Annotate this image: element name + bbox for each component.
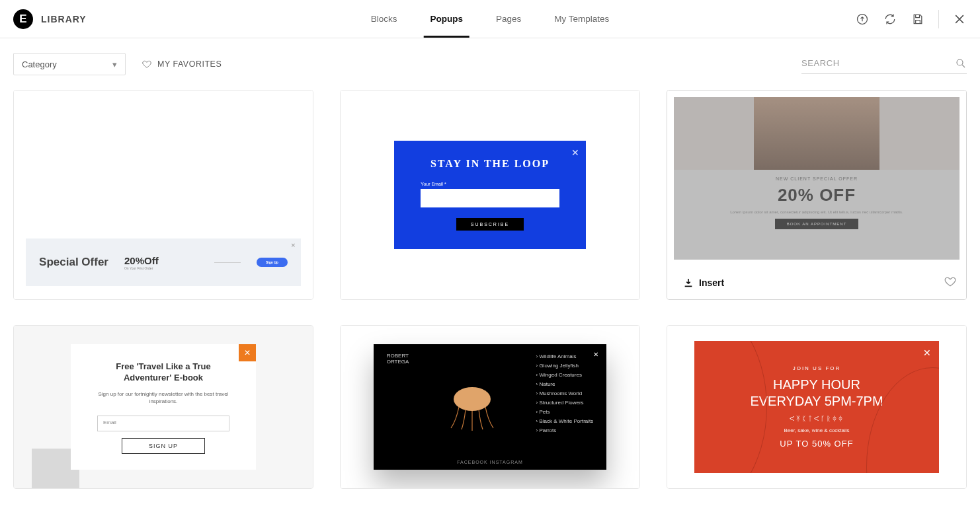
search-input[interactable] [801, 58, 955, 68]
preview-image [754, 97, 879, 170]
my-favorites-button[interactable]: MY FAVORITES [142, 59, 222, 69]
favorite-toggle[interactable] [944, 275, 957, 291]
template-card-footer: Insert [667, 266, 966, 299]
preview-footer: FACEBOOK INSTAGRAM [457, 460, 523, 464]
insert-button[interactable]: Insert [676, 274, 736, 292]
template-card[interactable]: ✕ JOIN US FOR HAPPY HOUR EVERYDAY 5PM-7P… [667, 325, 967, 489]
preview-button: SUBSCRIBE [456, 218, 524, 231]
template-thumbnail: ✕ STAY IN THE LOOP Your Email * SUBSCRIB… [341, 91, 639, 299]
template-card[interactable]: ✕ ROBERTORTEGA Wildlife Animals Glowing … [340, 325, 640, 489]
template-card[interactable]: ✕ Free 'Travel Like a True Adventurer' E… [13, 325, 313, 489]
preview-button: SIGN UP [122, 438, 205, 454]
close-icon: ✕ [291, 242, 296, 248]
template-thumbnail: NEW CLIENT SPECIAL OFFER 20% OFF Lorem i… [667, 91, 966, 266]
svg-point-1 [957, 59, 963, 65]
preview-menu: Wildlife Animals Glowing Jellyfish Winge… [536, 353, 594, 460]
preview-button: BOOK AN APPOINTMENT [775, 219, 859, 229]
header-actions [855, 10, 967, 28]
preview-title: STAY IN THE LOOP [421, 158, 559, 170]
tab-pages[interactable]: Pages [496, 0, 521, 38]
preview-body: Lorem ipsum dolor sit amet, consectetur … [713, 209, 920, 215]
header-divider [938, 10, 939, 28]
preview-text: Special Offer [39, 256, 108, 269]
preview-title: Free 'Travel Like a True Adventurer' E-b… [97, 361, 229, 384]
tab-my-templates[interactable]: My Templates [554, 0, 609, 38]
preview-input [214, 262, 241, 263]
preview-input [421, 189, 559, 207]
search-field[interactable] [801, 55, 967, 74]
templates-grid: Special Offer 20%Off On Your First Order… [0, 90, 980, 512]
sync-icon[interactable] [883, 12, 897, 26]
category-select-label: Category [22, 59, 57, 69]
preview-glyphs: ᐸᛡᛕᛏᐸᚴᚱᛰᛰ [790, 415, 844, 422]
preview-button: Sign Up [257, 258, 288, 267]
tab-popups[interactable]: Popups [430, 0, 463, 38]
close-icon: ✕ [239, 344, 256, 361]
save-icon[interactable] [911, 12, 925, 26]
upload-icon[interactable] [855, 12, 870, 26]
tab-blocks[interactable]: Blocks [371, 0, 397, 38]
library-header: E LIBRARY Blocks Popups Pages My Templat… [0, 0, 980, 38]
preview-headline: 20% OFF [778, 185, 856, 205]
library-logo-area: E LIBRARY [13, 9, 87, 29]
preview-kicker: NEW CLIENT SPECIAL OFFER [776, 176, 858, 181]
close-icon: ✕ [571, 147, 579, 158]
library-title: LIBRARY [41, 14, 87, 24]
preview-input: Email [97, 416, 229, 431]
preview-text: On Your First Order [124, 266, 159, 270]
template-card[interactable]: ✕ STAY IN THE LOOP Your Email * SUBSCRIB… [340, 90, 640, 300]
my-favorites-label: MY FAVORITES [157, 59, 222, 69]
template-thumbnail: ✕ JOIN US FOR HAPPY HOUR EVERYDAY 5PM-7P… [667, 326, 966, 488]
preview-tagline: Beer, sake, wine & cocktails [784, 427, 849, 433]
preview-text: 20%Off [124, 255, 159, 266]
elementor-logo-icon: E [13, 9, 33, 29]
template-thumbnail: ✕ ROBERTORTEGA Wildlife Animals Glowing … [341, 326, 639, 488]
preview-brand: ROBERTORTEGA [387, 353, 409, 460]
template-thumbnail: Special Offer 20%Off On Your First Order… [14, 91, 313, 299]
preview-headline: HAPPY HOUR EVERYDAY 5PM-7PM [750, 377, 883, 410]
search-icon [955, 57, 967, 69]
preview-decoration [694, 341, 767, 473]
category-select[interactable]: Category ▾ [13, 53, 126, 75]
download-icon [683, 277, 694, 288]
template-card[interactable]: Special Offer 20%Off On Your First Order… [13, 90, 313, 300]
library-tabs: Blocks Popups Pages My Templates [371, 0, 610, 38]
library-toolbar: Category ▾ MY FAVORITES [0, 38, 980, 90]
preview-kicker: JOIN US FOR [793, 365, 841, 371]
preview-label: Your Email * [421, 182, 559, 186]
close-icon: ✕ [923, 347, 931, 358]
template-card[interactable]: NEW CLIENT SPECIAL OFFER 20% OFF Lorem i… [667, 90, 967, 300]
heart-icon [142, 59, 152, 69]
template-thumbnail: ✕ Free 'Travel Like a True Adventurer' E… [14, 326, 313, 488]
close-icon[interactable] [952, 12, 967, 26]
insert-button-label: Insert [699, 277, 724, 288]
preview-image [409, 353, 536, 460]
preview-discount: UP TO 50% OFF [780, 439, 853, 449]
preview-body: Sign up for our fortnightly newsletter w… [97, 390, 229, 405]
chevron-down-icon: ▾ [112, 59, 117, 69]
close-icon: ✕ [593, 351, 598, 358]
